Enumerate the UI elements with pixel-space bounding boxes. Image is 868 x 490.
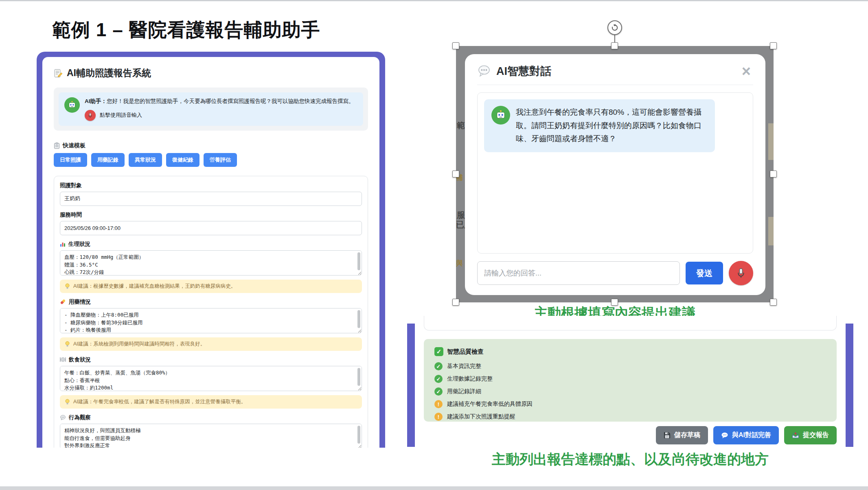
- quality-check-header: ✓ 智慧品質檢查: [434, 347, 826, 356]
- report-app-screenshot: AI輔助照護報告系統 AI助手：您好！我是您的智慧照護助手，今天要為哪位長者撰寫…: [37, 52, 385, 448]
- medication-textarea[interactable]: - 降血壓藥物：上午8:00已服用 - 糖尿病藥物：餐前30分鐘已服用 - 鈣片…: [60, 308, 362, 333]
- backdrop-fragment: 與: [456, 258, 463, 268]
- rotate-handle-icon[interactable]: [607, 20, 622, 35]
- dialog-header: AI智慧對話 ×: [477, 64, 753, 79]
- floppy-icon: [664, 432, 671, 439]
- care-target-label: 照護對象: [60, 182, 362, 189]
- app-title-text: AI輔助照護報告系統: [67, 67, 151, 79]
- inbox-tray-icon: [792, 432, 799, 439]
- purple-frame-right-edge: [846, 324, 853, 447]
- service-time-label: 服務時間: [60, 211, 362, 219]
- assistant-name: AI助手：: [85, 98, 107, 104]
- save-draft-button[interactable]: 儲存草稿: [656, 426, 708, 444]
- speech-balloon-icon: [60, 415, 66, 420]
- quality-item: ! 建議補充午餐完食率低的具體原因: [434, 400, 826, 408]
- robot-icon: [491, 106, 510, 125]
- answer-input[interactable]: [477, 261, 680, 285]
- check-circle-icon: ✓: [434, 362, 443, 370]
- chat-history: 我注意到午餐的完食率只有80%，這可能會影響營養攝取。請問王奶奶有提到什麼特別的…: [477, 92, 753, 254]
- bar-chart-icon: [60, 241, 66, 247]
- quality-check-panel: ✓ 智慧品質檢查 ✓ 基本資訊完整 ✓ 生理數據記錄完整 ✓ 用藥記錄詳細 ! …: [424, 339, 837, 422]
- window-bottom-edge: [0, 486, 868, 490]
- dialog-title: AI智慧對話: [496, 64, 551, 79]
- service-time-input[interactable]: [60, 221, 362, 235]
- quality-item: ✓ 用藥記錄詳細: [434, 387, 826, 396]
- quality-item: ✓ 基本資訊完整: [434, 362, 826, 370]
- microphone-icon: [736, 268, 746, 278]
- send-button[interactable]: 發送: [686, 262, 723, 284]
- dialog-input-row: 發送: [477, 261, 753, 285]
- textarea-scrollbar[interactable]: [357, 426, 360, 444]
- backdrop-fragment: 服: [457, 210, 465, 221]
- dialog-screenshot[interactable]: 範 補 服 已用 與 AI智慧對話 × 我注意到午餐的完食率只有80%，這可能會: [456, 46, 774, 302]
- slide-title: 範例 1 – 醫院看護報告輔助助手: [52, 18, 320, 43]
- resize-handle-nw[interactable]: [452, 42, 459, 49]
- care-target-input[interactable]: [60, 192, 362, 206]
- refine-with-ai-button[interactable]: 與AI對話完善: [713, 426, 779, 444]
- memo-icon: [54, 69, 63, 78]
- ai-message-bubble: 我注意到午餐的完食率只有80%，這可能會影響營養攝取。請問王奶奶有提到什麼特別的…: [484, 99, 715, 152]
- voice-hint-text: 點擊使用語音輸入: [100, 112, 142, 119]
- ai-tip-diet: AI建議：午餐完食率較低，建議了解是否有特殊原因，並注意營養攝取平衡。: [60, 395, 362, 409]
- purple-frame-left-edge: [407, 324, 415, 447]
- close-icon[interactable]: ×: [739, 65, 753, 78]
- window-top-edge: [0, 0, 868, 1]
- backdrop-fragment-strip: [768, 123, 774, 160]
- ai-tip-vitals: AI建議：根據歷史數據，建議補充血糖檢測結果，王奶奶有糖尿病病史。: [60, 280, 362, 293]
- form-card-bottom-edge: [424, 316, 837, 330]
- warning-circle-icon: !: [434, 400, 443, 408]
- vitals-label: 生理狀況: [60, 241, 362, 248]
- template-button-daily-care[interactable]: 日常照護: [54, 153, 87, 167]
- quality-check-title: 智慧品質檢查: [447, 348, 484, 356]
- medication-label: 用藥情況: [60, 298, 362, 306]
- submit-report-button[interactable]: 提交報告: [784, 426, 837, 444]
- speech-balloon-icon: [477, 65, 491, 78]
- ai-dialog: AI智慧對話 × 我注意到午餐的完食率只有80%，這可能會影響營養攝取。請問王奶…: [465, 54, 765, 295]
- check-circle-icon: ✓: [434, 375, 443, 383]
- diet-textarea[interactable]: 午餐：白飯、炒青菜、蒸蛋、魚湯（完食80%） 點心：香蕉半根 水分攝取：約120…: [60, 366, 362, 391]
- check-seal-icon: ✓: [434, 347, 443, 356]
- resize-handle-e[interactable]: [770, 171, 777, 177]
- robot-icon: [64, 97, 80, 113]
- voice-input-button[interactable]: [729, 261, 753, 285]
- resize-handle-w[interactable]: [452, 171, 459, 177]
- textarea-scrollbar[interactable]: [357, 368, 360, 386]
- quick-template-buttons: 日常照護 用藥記錄 異常狀況 復健紀錄 營養評估: [54, 153, 368, 167]
- template-button-rehab[interactable]: 復健紀錄: [166, 153, 199, 167]
- template-button-medication[interactable]: 用藥記錄: [91, 153, 125, 167]
- warning-circle-icon: !: [434, 413, 443, 421]
- template-button-abnormal[interactable]: 異常狀況: [129, 153, 162, 167]
- caption-quality: 主動列出報告達標的點、以及尚待改進的地方: [407, 450, 853, 469]
- lightbulb-icon: [65, 283, 70, 289]
- quality-item: ! 建議添加下次照護重點提醒: [434, 413, 826, 421]
- assistant-greeting: AI助手：您好！我是您的智慧照護助手，今天要為哪位長者撰寫照護報告呢？我可以協助…: [85, 97, 354, 106]
- behavior-label: 行為觀察: [60, 414, 362, 421]
- report-actions: 儲存草稿 與AI對話完善 提交報告: [424, 426, 837, 444]
- assistant-panel: AI助手：您好！我是您的智慧照護助手，今天要為哪位長者撰寫照護報告呢？我可以協助…: [54, 88, 368, 131]
- ai-message-text: 我注意到午餐的完食率只有80%，這可能會影響營養攝取。請問王奶奶有提到什麼特別的…: [516, 106, 708, 146]
- app-title: AI輔助照護報告系統: [54, 67, 368, 79]
- textarea-scrollbar[interactable]: [357, 252, 360, 270]
- backdrop-fragment-strip: [768, 217, 774, 245]
- pill-icon: [60, 299, 66, 305]
- assistant-message: AI助手：您好！我是您的智慧照護助手，今天要為哪位長者撰寫照護報告呢？我可以協助…: [59, 92, 363, 126]
- dialog-backdrop: 範 補 服 已用 與 AI智慧對話 × 我注意到午餐的完食率只有80%，這可能會: [456, 46, 774, 302]
- voice-input-button[interactable]: [85, 110, 96, 121]
- resize-handle-n[interactable]: [611, 42, 618, 49]
- vitals-textarea[interactable]: 血壓：120/80 mmHg（正常範圍） 體溫：36.5°C 心跳：72次/分鐘: [60, 250, 362, 276]
- report-form: 照護對象 服務時間 生理狀況 血壓：120/80 mmHg（正常範圍） 體溫：3…: [54, 176, 368, 448]
- clipboard-icon: [54, 142, 60, 149]
- template-button-nutrition[interactable]: 營養評估: [204, 153, 237, 167]
- plate-icon: [60, 357, 66, 363]
- backdrop-fragment: 範: [457, 120, 465, 131]
- behavior-textarea[interactable]: 精神狀況良好，與照護員互動積極 能自行進食，但需要協助起身 對外界刺激反應正常: [60, 424, 362, 448]
- resize-handle-ne[interactable]: [770, 42, 777, 49]
- report-app-card: AI輔助照護報告系統 AI助手：您好！我是您的智慧照護助手，今天要為哪位長者撰寫…: [42, 57, 379, 448]
- textarea-scrollbar[interactable]: [357, 310, 360, 328]
- microphone-icon: [88, 113, 93, 118]
- chat-bubble-icon: [721, 432, 728, 439]
- diet-label: 飲食狀況: [60, 356, 362, 363]
- lightbulb-icon: [65, 341, 70, 347]
- divider: [477, 85, 753, 85]
- ai-tip-medication: AI建議：系統檢測到用藥時間與建議時間相符，表現良好。: [60, 337, 362, 351]
